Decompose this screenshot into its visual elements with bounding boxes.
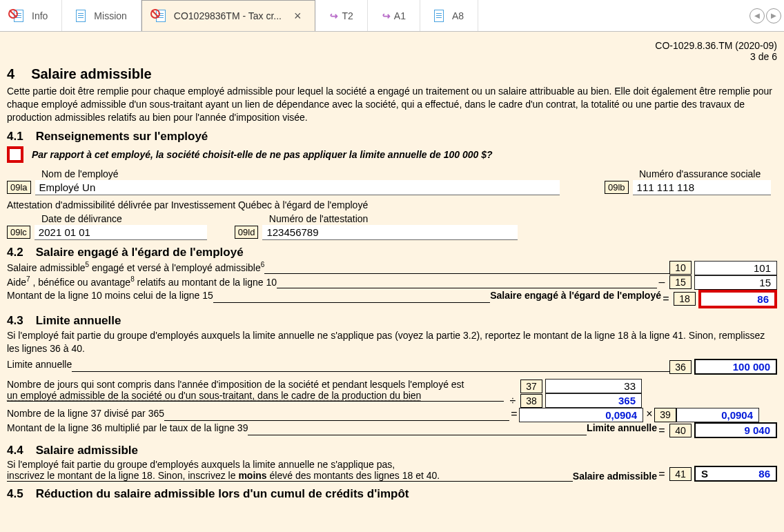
section-41-title: Renseignements sur l'employé [36,130,208,144]
tab-label: CO1029836TM - Tax cr... [174,10,282,21]
sin-input[interactable] [633,180,771,195]
line-36-value[interactable]: 100 000 [694,359,777,375]
line-37-number: 37 [520,380,542,393]
section-4-title: Salaire admissible [31,66,152,82]
line-37-desc-b: un employé admissible de la société ou d… [7,390,421,401]
times-op: × [645,408,654,422]
tab-label: Info [32,10,48,21]
section-45-number: 4.5 [7,487,23,501]
tab-mission[interactable]: Mission [62,0,141,31]
limit-optout-checkbox[interactable] [7,146,23,163]
tab-active-form[interactable]: CO1029836TM - Tax cr... × [141,0,316,31]
line-36-desc: Limite annuelle [7,359,72,375]
line-38r-desc: Nombre de la ligne 37 divisé par 365 [7,408,164,422]
issue-date-label: Date de délivrance [41,213,207,224]
code-09ld: 09ld [235,226,259,239]
sin-label: Numéro d'assurance sociale [639,168,777,179]
minus-op: – [657,276,667,288]
close-icon[interactable]: × [294,9,302,23]
equals-op: = [509,408,519,422]
section-41-number: 4.1 [7,130,23,144]
tab-t2[interactable]: ↪ T2 [315,0,367,31]
doc-icon [434,10,449,22]
tab-label: A8 [452,10,464,21]
section-44-title: Salaire admissible [36,444,138,457]
cert-number-label: Numéro de l'attestation [269,213,518,224]
attestation-text: Attestation d'admissibilité délivrée par… [7,199,777,210]
equals-op: = [661,293,671,305]
section-42-title: Salaire engagé à l'égard de l'employé [36,246,244,259]
section-43-intro: Si l'employé fait partie du groupe d'emp… [7,329,777,355]
line-41-desc-b: inscrivez le montant de la ligne 18. Sin… [7,470,545,482]
line-37-value[interactable]: 33 [545,379,642,393]
section-43-title: Limite annuelle [36,314,121,328]
line-40-rightlabel: Limite annuelle [587,422,657,438]
line-18-number: 18 [674,292,696,306]
limit-optout-question: Par rapport à cet employé, la société ch… [32,149,493,160]
arrow-icon: ↪ [329,11,339,21]
line-39-value[interactable]: 0,0904 [676,408,759,422]
tab-info[interactable]: Info [0,0,62,31]
line-37-desc-a: Nombre de jours qui sont compris dans l'… [7,379,504,390]
line-41-value[interactable]: S 86 [694,466,777,482]
doc-restricted-icon [14,10,29,22]
line-40-value[interactable]: 9 040 [694,422,777,438]
line-40-number: 40 [669,424,692,437]
doc-icon [76,10,91,22]
section-45-title: Réduction du salaire admissible lors d'u… [36,487,409,501]
line-41-desc-a: Si l'employé fait partie du groupe d'emp… [7,459,545,470]
section-43-number: 4.3 [7,314,23,328]
doc-restricted-icon [156,10,171,22]
line-15-value[interactable]: 15 [694,275,777,290]
arrow-icon: ↪ [382,11,391,21]
line-18-rightlabel: Salaire engagé à l'égard de l'employé [490,290,661,308]
line-38-number: 38 [520,394,542,408]
cert-number-input[interactable] [262,225,518,240]
line-15-number: 15 [669,275,692,289]
form-id: CO-1029.8.36.TM (2020-09) [655,40,777,51]
tab-label: Mission [94,10,126,21]
line-40-desc: Montant de la ligne 36 multiplié par le … [7,422,248,438]
line-10-desc: Salaire admissible5 engagé et versé à l'… [7,261,264,275]
nav-prev-icon[interactable]: ◄ [749,8,765,23]
line-36-number: 36 [669,360,692,374]
line-18-value[interactable]: 86 [698,290,777,308]
tab-label: T2 [342,10,353,21]
line-38r-value: 0,0904 [519,408,643,422]
tab-a1[interactable]: ↪ A1 [368,0,420,31]
code-09la: 09la [7,181,31,194]
tab-label: A1 [394,10,406,21]
line-18-desc: Montant de la ligne 10 moins celui de la… [7,290,213,308]
page-number: 3 de 6 [750,51,777,62]
form-page: CO-1029.8.36.TM (2020-09) 3 de 6 4 Salai… [0,32,784,532]
code-09lc: 09lc [7,226,30,239]
line-39-number: 39 [654,408,676,422]
code-09lb: 09lb [605,181,629,194]
employee-name-label: Nom de l'employé [41,168,591,179]
line-15-desc: Aide7 , bénéfice ou avantage8 relatifs a… [7,275,277,290]
section-42-number: 4.2 [7,246,23,259]
equals-op: = [657,468,667,480]
section-4-number: 4 [7,66,14,82]
line-10-number: 10 [669,261,692,275]
line-41-rightlabel: Salaire admissible [573,471,657,482]
line-41-number: 41 [669,467,692,481]
tab-bar: Info Mission CO1029836TM - Tax cr... × ↪… [0,0,784,32]
line-10-value[interactable]: 101 [694,261,777,275]
employee-name-input[interactable] [35,180,560,195]
nav-next-icon[interactable]: ► [766,8,781,23]
equals-op: = [657,424,667,437]
issue-date-input[interactable] [35,225,207,240]
line-38-value[interactable]: 365 [545,393,642,408]
divide-op: ÷ [508,395,518,407]
tab-a8[interactable]: A8 [420,0,478,31]
section-44-number: 4.4 [7,444,23,457]
section-4-intro: Cette partie doit être remplie pour chaq… [7,85,777,124]
